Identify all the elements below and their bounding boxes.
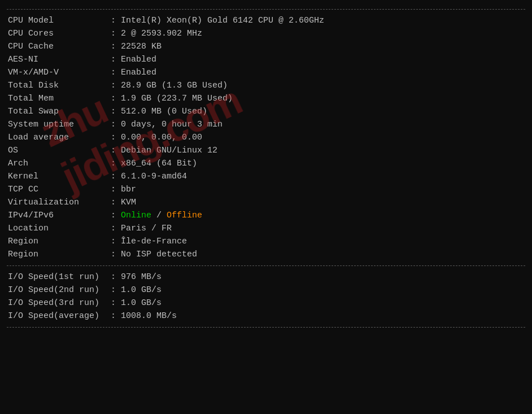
- info-value: 2 @ 2593.902 MHz: [120, 27, 525, 40]
- info-label: OS: [7, 144, 108, 157]
- io-value: 1008.0 MB/s: [120, 310, 525, 323]
- info-label: Region: [7, 248, 108, 261]
- io-value: 976 MB/s: [120, 271, 525, 284]
- info-label: Virtualization: [7, 196, 108, 209]
- info-value: 1.9 GB (223.7 MB Used): [120, 92, 525, 105]
- info-label: Arch: [7, 157, 108, 170]
- bottom-divider: [7, 327, 525, 328]
- info-label: CPU Cache: [7, 40, 108, 53]
- info-colon: :: [108, 131, 120, 144]
- info-value: 512.0 MB (0 Used): [120, 105, 525, 118]
- info-label: IPv4/IPv6: [7, 209, 108, 222]
- info-colon: :: [108, 79, 120, 92]
- info-value: No ISP detected: [120, 248, 525, 261]
- info-colon: :: [108, 53, 120, 66]
- system-info-row: System uptime:0 days, 0 hour 3 min: [7, 118, 525, 131]
- top-divider: [7, 9, 525, 10]
- info-colon: :: [108, 118, 120, 131]
- system-info-row: OS:Debian GNU/Linux 12: [7, 144, 525, 157]
- info-value: Île-de-France: [120, 235, 525, 248]
- info-value: 6.1.0-9-amd64: [120, 170, 525, 183]
- info-colon: :: [108, 105, 120, 118]
- system-info-row: Load average:0.00, 0.00, 0.00: [7, 131, 525, 144]
- system-info-row: Region:Île-de-France: [7, 235, 525, 248]
- info-colon: :: [108, 40, 120, 53]
- info-label: TCP CC: [7, 183, 108, 196]
- info-colon: :: [108, 235, 120, 248]
- info-label: CPU Model: [7, 14, 108, 27]
- system-info-row: Kernel:6.1.0-9-amd64: [7, 170, 525, 183]
- io-label: I/O Speed(3rd run): [7, 297, 108, 310]
- info-label: Total Swap: [7, 105, 108, 118]
- info-colon: :: [108, 144, 120, 157]
- system-info-row: VM-x/AMD-V:Enabled: [7, 66, 525, 79]
- info-colon: :: [108, 157, 120, 170]
- system-info-row: Total Mem:1.9 GB (223.7 MB Used): [7, 92, 525, 105]
- io-label: I/O Speed(average): [7, 310, 108, 323]
- info-label: VM-x/AMD-V: [7, 66, 108, 79]
- info-value: Enabled: [120, 66, 525, 79]
- info-label: AES-NI: [7, 53, 108, 66]
- io-speed-row: I/O Speed(2nd run):1.0 GB/s: [7, 284, 525, 297]
- system-info-row: TCP CC:bbr: [7, 183, 525, 196]
- info-colon: :: [108, 170, 120, 183]
- system-info-row: AES-NI:Enabled: [7, 53, 525, 66]
- middle-divider: [7, 265, 525, 266]
- info-colon: :: [108, 248, 120, 261]
- info-value: 28.9 GB (1.3 GB Used): [120, 79, 525, 92]
- info-label: CPU Cores: [7, 27, 108, 40]
- info-colon: :: [108, 222, 120, 235]
- system-info-row: Virtualization:KVM: [7, 196, 525, 209]
- system-info-row: CPU Model:Intel(R) Xeon(R) Gold 6142 CPU…: [7, 14, 525, 27]
- info-label: Kernel: [7, 170, 108, 183]
- info-colon: :: [108, 14, 120, 27]
- info-colon: :: [108, 209, 120, 222]
- system-info-row: Location:Paris / FR: [7, 222, 525, 235]
- io-colon: :: [108, 310, 120, 323]
- info-value: x86_64 (64 Bit): [120, 157, 525, 170]
- info-value: Paris / FR: [120, 222, 525, 235]
- info-colon: :: [108, 27, 120, 40]
- io-colon: :: [108, 284, 120, 297]
- info-value: 0.00, 0.00, 0.00: [120, 131, 525, 144]
- io-colon: :: [108, 297, 120, 310]
- info-value: KVM: [120, 196, 525, 209]
- io-speed-table: I/O Speed(1st run):976 MB/sI/O Speed(2nd…: [7, 271, 525, 323]
- info-label: Load average: [7, 131, 108, 144]
- info-value: Enabled: [120, 53, 525, 66]
- io-speed-row: I/O Speed(3rd run):1.0 GB/s: [7, 297, 525, 310]
- system-info-row: IPv4/IPv6:Online / Offline: [7, 209, 525, 222]
- system-info-row: Region:No ISP detected: [7, 248, 525, 261]
- info-label: Location: [7, 222, 108, 235]
- system-info-table: CPU Model:Intel(R) Xeon(R) Gold 6142 CPU…: [7, 14, 525, 261]
- io-label: I/O Speed(1st run): [7, 271, 108, 284]
- info-value: 22528 KB: [120, 40, 525, 53]
- info-value: 0 days, 0 hour 3 min: [120, 118, 525, 131]
- info-value: Debian GNU/Linux 12: [120, 144, 525, 157]
- info-label: Total Mem: [7, 92, 108, 105]
- system-info-row: CPU Cache:22528 KB: [7, 40, 525, 53]
- info-label: Total Disk: [7, 79, 108, 92]
- system-info-row: Total Swap:512.0 MB (0 Used): [7, 105, 525, 118]
- info-value: Intel(R) Xeon(R) Gold 6142 CPU @ 2.60GHz: [120, 14, 525, 27]
- info-label: Region: [7, 235, 108, 248]
- io-colon: :: [108, 271, 120, 284]
- io-label: I/O Speed(2nd run): [7, 284, 108, 297]
- io-speed-row: I/O Speed(average):1008.0 MB/s: [7, 310, 525, 323]
- info-colon: :: [108, 183, 120, 196]
- info-colon: :: [108, 66, 120, 79]
- system-info-row: CPU Cores:2 @ 2593.902 MHz: [7, 27, 525, 40]
- system-info-row: Total Disk:28.9 GB (1.3 GB Used): [7, 79, 525, 92]
- info-colon: :: [108, 92, 120, 105]
- io-speed-row: I/O Speed(1st run):976 MB/s: [7, 271, 525, 284]
- io-value: 1.0 GB/s: [120, 297, 525, 310]
- io-value: 1.0 GB/s: [120, 284, 525, 297]
- info-colon: :: [108, 196, 120, 209]
- system-info-row: Arch:x86_64 (64 Bit): [7, 157, 525, 170]
- info-label: System uptime: [7, 118, 108, 131]
- info-value: bbr: [120, 183, 525, 196]
- info-value: Online / Offline: [120, 209, 525, 222]
